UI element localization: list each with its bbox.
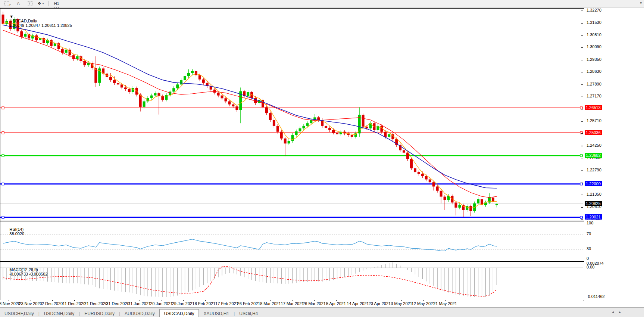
price-tick-label: 1.21350 [587, 192, 601, 196]
date-label: 17 Mar 2021 [281, 301, 304, 306]
hline-price-chip: 1.22000 [585, 181, 602, 186]
hline-price-chip: 1.20021 [585, 214, 602, 220]
toolbar: F A T ❖▾ M1M5M15M30H1H4D1W1MN ▾ [0, 0, 644, 7]
date-label: 2 Dec 2020 [42, 301, 63, 306]
tab-usoil[interactable]: USOil,H4 [235, 310, 262, 317]
macd-title: MACD(12,26,9) -0.006733 -0.008502 [3, 263, 48, 281]
tab-scroll-arrows[interactable]: ◂▸ [612, 310, 626, 314]
objects-arrows-icon[interactable]: ❖▾ [36, 1, 46, 6]
date-label: 23 Nov 2020 [19, 301, 42, 306]
price-tick-label: 1.24250 [587, 143, 601, 147]
date-label: 13 Nov 2020 [0, 301, 20, 306]
font-icon[interactable]: A [13, 1, 23, 6]
chart-tab-bar: USDCHF,Daily|USDCNH,Daily|EURUSD,Daily|A… [0, 307, 644, 317]
timeframe-button-h1[interactable]: H1 [51, 1, 62, 6]
text-label-icon[interactable]: T [25, 1, 34, 6]
macd-chart[interactable] [0, 262, 583, 299]
rsi-tick-label: 70 [587, 231, 591, 236]
macd-indicator-name: MACD(12,26,9) [9, 267, 38, 272]
date-label: 8 Mar 2021 [260, 301, 281, 306]
date-label: 21 Dec 2020 [84, 301, 107, 306]
date-label: 23 Apr 2021 [369, 301, 391, 306]
toolbar-separator [48, 1, 49, 6]
hline-price-chip: 1.23682 [585, 153, 602, 158]
mt4-window: F A T ❖▾ M1M5M15M30H1H4D1W1MN ▾ ▼ USDCAD… [0, 0, 644, 317]
date-label: 21 May 2021 [433, 301, 457, 306]
macd-indicator-values: -0.006733 -0.008502 [9, 272, 47, 276]
tab-audusd[interactable]: AUDUSD,Daily [120, 310, 159, 317]
candlestick-chart[interactable] [0, 9, 583, 220]
price-tick-label: 1.32270 [587, 8, 601, 12]
price-tick-label: 1.30090 [587, 44, 601, 49]
grid-f-icon[interactable]: F [2, 1, 12, 6]
date-label: 26 Mar 2021 [303, 301, 326, 306]
tab-usdchf[interactable]: USDCHF,Daily [0, 310, 38, 317]
date-axis[interactable]: 13 Nov 202023 Nov 20202 Dec 202011 Dec 2… [0, 300, 584, 307]
tab-usdcad[interactable]: USDCAD,Daily [159, 309, 199, 317]
price-tick-label: 1.27890 [587, 82, 601, 86]
date-label: 5 Apr 2021 [326, 301, 346, 306]
rsi-title: RSI(14) 38.0020 [3, 223, 25, 240]
price-tick-label: 1.29350 [587, 57, 601, 62]
chart-symbol-period: USDCAD,Daily [9, 19, 37, 23]
macd-panel[interactable]: MACD(12,26,9) -0.006733 -0.008502 [0, 261, 584, 301]
rsi-chart[interactable] [0, 221, 583, 260]
date-label: 17 Feb 2021 [215, 301, 238, 306]
date-label: 3 May 2021 [391, 301, 412, 306]
price-tick-label: 1.31530 [587, 20, 601, 25]
rsi-indicator-name: RSI(14) [9, 227, 24, 231]
date-label: 14 Apr 2021 [347, 301, 369, 306]
main-chart-panel[interactable]: ▼ USDCAD,Daily 1.20749 1.20847 1.20611 1… [0, 8, 584, 221]
current-price-chip: 1.20825 [585, 201, 602, 206]
rsi-tick-label: 30 [587, 246, 591, 251]
price-tick-label: 1.22790 [587, 168, 601, 172]
macd-tick-label: -0.011462 [587, 294, 605, 299]
date-label: 20 Jan 2021 [150, 301, 173, 306]
text-label-icon-box: T [27, 1, 32, 6]
grid-f-icon-box: F [4, 1, 10, 6]
date-label: 31 Dec 2020 [106, 301, 129, 306]
chart-title: ▼ USDCAD,Daily 1.20749 1.20847 1.20611 1… [3, 10, 72, 32]
rsi-indicator-value: 38.0020 [9, 231, 24, 236]
date-label: 12 May 2021 [412, 301, 435, 306]
hline-price-chip: 1.26513 [585, 105, 602, 110]
chart-ohlc-values: 1.20749 1.20847 1.20611 1.20825 [9, 23, 72, 28]
rsi-tick-label: 0 [587, 256, 589, 261]
price-tick-label: 1.25710 [587, 118, 601, 123]
price-tick-label: 1.30810 [587, 32, 601, 37]
date-label: 26 Feb 2021 [237, 301, 260, 306]
rsi-panel[interactable]: RSI(14) 38.0020 [0, 221, 584, 261]
tab-eurusd[interactable]: EURUSD,Daily [80, 310, 119, 317]
macd-tick-label: 0.00 [587, 265, 594, 269]
rsi-tick-label: 100 [587, 221, 593, 225]
price-tick-label: 1.27170 [587, 94, 601, 98]
date-label: 11 Jan 2021 [128, 301, 151, 306]
chart-title-collapse-icon[interactable]: ▼ [9, 14, 13, 19]
date-label: 8 Feb 2021 [195, 301, 216, 306]
date-label: 11 Dec 2020 [63, 301, 86, 306]
hline-price-chip: 1.25036 [585, 130, 602, 135]
toolbar-overflow-icon[interactable]: ▾ [640, 1, 642, 5]
price-tick-label: 1.28630 [587, 69, 601, 74]
date-label: 29 Jan 2021 [172, 301, 195, 306]
tab-usdcnh[interactable]: USDCNH,Daily [40, 310, 79, 317]
tab-xauusd[interactable]: XAUUSD,H1 [199, 310, 234, 317]
